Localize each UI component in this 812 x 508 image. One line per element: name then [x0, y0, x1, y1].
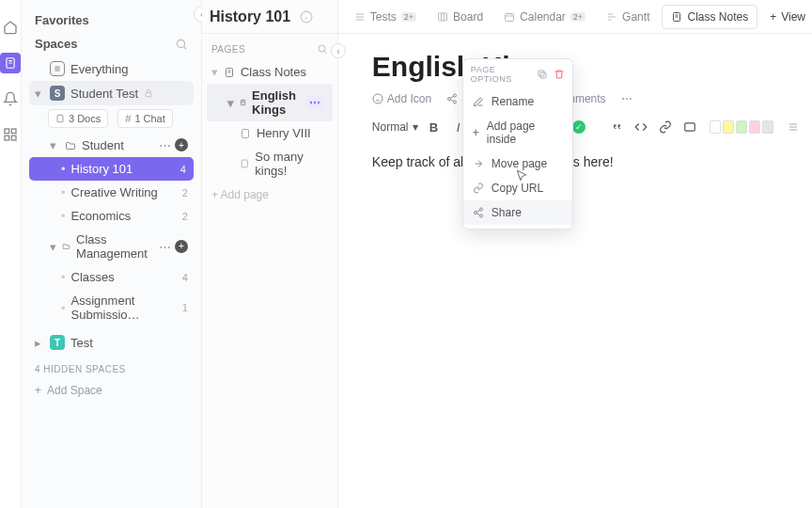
- swatch[interactable]: [723, 120, 734, 134]
- doc-body[interactable]: Keep track of all of your class notes he…: [372, 154, 802, 169]
- svg-point-9: [319, 45, 325, 52]
- svg-point-21: [479, 214, 482, 217]
- svg-point-5: [177, 40, 184, 47]
- info-icon[interactable]: [300, 10, 313, 24]
- svg-rect-17: [540, 72, 546, 78]
- quote-button[interactable]: [608, 119, 625, 135]
- menu-move-page[interactable]: Move page: [463, 151, 572, 176]
- swatch[interactable]: [762, 120, 773, 134]
- folder-student[interactable]: ▾ Student ⋯ +: [29, 134, 194, 157]
- add-view-button[interactable]: + View: [761, 6, 812, 28]
- duplicate-icon[interactable]: [537, 69, 548, 80]
- doc-title[interactable]: English Kings: [372, 51, 802, 83]
- folder-label: Student: [82, 138, 124, 152]
- document-area: English Kings Add Icon Share Page Commen…: [338, 34, 812, 508]
- folder-label: Class Management: [76, 232, 153, 261]
- collapse-pages-button[interactable]: ‹: [331, 43, 346, 58]
- page-so-many-kings[interactable]: So many kings!: [202, 145, 337, 183]
- list-classes[interactable]: • Classes 4: [29, 265, 194, 289]
- hidden-spaces-label[interactable]: 4 HIDDEN SPACES: [29, 355, 194, 378]
- swatch[interactable]: [710, 120, 721, 134]
- more-icon[interactable]: ⋯: [159, 138, 171, 152]
- tab-board[interactable]: Board: [429, 6, 492, 28]
- add-space-button[interactable]: +Add Space: [29, 378, 194, 403]
- pages-header: PAGES: [211, 44, 245, 55]
- editor-toolbar: Normal ▾ B I U S ✓: [372, 115, 802, 149]
- code-button[interactable]: [632, 119, 649, 135]
- svg-rect-7: [57, 115, 63, 122]
- svg-rect-13: [242, 160, 247, 167]
- menu-copy-url[interactable]: Copy URL: [463, 176, 572, 200]
- svg-point-24: [448, 98, 451, 101]
- docs-icon[interactable]: [0, 53, 21, 73]
- home-icon[interactable]: [0, 17, 21, 38]
- svg-point-19: [479, 208, 482, 211]
- svg-rect-15: [506, 13, 514, 21]
- everything-item[interactable]: Everything: [29, 56, 194, 81]
- svg-rect-6: [146, 93, 151, 97]
- tab-class-notes[interactable]: Class Notes: [662, 5, 757, 29]
- svg-rect-18: [539, 71, 544, 76]
- swatch[interactable]: [736, 120, 747, 134]
- link-button[interactable]: [657, 119, 674, 135]
- plus-icon: +: [770, 10, 776, 24]
- bell-icon[interactable]: [0, 88, 21, 109]
- more-icon[interactable]: ⋯: [159, 240, 171, 254]
- list-creative-writing[interactable]: • Creative Writing 2: [29, 181, 194, 204]
- swatch[interactable]: [749, 120, 760, 134]
- svg-rect-2: [11, 129, 16, 134]
- apps-icon[interactable]: [0, 124, 21, 145]
- tab-tests[interactable]: Tests 2+: [346, 6, 425, 28]
- view-tabs: Tests 2+ Board Calendar 2+ Gantt Class N…: [338, 0, 812, 34]
- more-format-button[interactable]: [785, 119, 802, 135]
- add-icon[interactable]: +: [175, 138, 188, 151]
- tab-calendar[interactable]: Calendar 2+: [495, 6, 594, 28]
- chat-chip[interactable]: # 1 Chat: [117, 109, 173, 128]
- page-options-menu: PAGE OPTIONS Rename + Add page inside Mo…: [462, 58, 573, 230]
- page-class-notes[interactable]: ▾ Class Notes: [202, 60, 337, 84]
- list-assignment-sub[interactable]: • Assignment Submissio… 1: [29, 289, 194, 326]
- board-icon: [437, 11, 448, 23]
- space-student-test[interactable]: ▾ S Student Test: [29, 81, 194, 105]
- list-icon: [354, 11, 366, 23]
- sidebar: ‹ Favorites Spaces Everything ▾ S Studen…: [22, 0, 202, 508]
- page-henry-viii[interactable]: Henry VIII: [202, 121, 337, 145]
- style-dropdown[interactable]: Normal ▾: [372, 120, 418, 134]
- menu-add-page-inside[interactable]: + Add page inside: [463, 114, 572, 151]
- tab-gantt[interactable]: Gantt: [598, 6, 658, 28]
- docs-chip[interactable]: 3 Docs: [48, 109, 108, 128]
- chevron-down-icon: ▾: [413, 120, 418, 134]
- svg-point-22: [373, 94, 383, 103]
- add-icon[interactable]: +: [175, 240, 188, 253]
- svg-rect-3: [5, 135, 9, 140]
- app-rail: [0, 0, 22, 508]
- menu-header: PAGE OPTIONS: [471, 65, 537, 84]
- list-history-101[interactable]: • History 101 4: [29, 157, 194, 181]
- svg-rect-14: [439, 13, 447, 21]
- page-english-kings[interactable]: ▾ English Kings ⋯: [207, 84, 333, 121]
- menu-share[interactable]: Share: [463, 200, 572, 225]
- bold-button[interactable]: B: [426, 119, 443, 135]
- list-economics[interactable]: • Economics 2: [29, 204, 194, 228]
- search-icon[interactable]: [175, 38, 188, 51]
- space-initial: T: [50, 335, 65, 350]
- calendar-icon: [504, 11, 515, 23]
- embed-button[interactable]: [681, 119, 698, 135]
- space-test[interactable]: ▸ T Test: [29, 330, 194, 355]
- folder-class-mgmt[interactable]: ▾ Class Management ⋯ +: [29, 228, 194, 265]
- main-column: Tests 2+ Board Calendar 2+ Gantt Class N…: [337, 0, 812, 508]
- breadcrumb-bar: History 101: [202, 0, 337, 34]
- favorites-header: Favorites: [29, 9, 194, 31]
- add-page-button[interactable]: + Add page: [202, 183, 337, 207]
- search-icon[interactable]: [317, 43, 328, 55]
- menu-rename[interactable]: Rename: [463, 89, 572, 114]
- svg-rect-4: [11, 135, 16, 140]
- gantt-icon: [606, 11, 617, 23]
- space-chips: 3 Docs # 1 Chat: [29, 105, 194, 134]
- checklist-button[interactable]: ✓: [572, 120, 586, 134]
- page-more-icon[interactable]: ⋯: [306, 96, 323, 109]
- add-icon-button[interactable]: Add Icon: [372, 92, 431, 105]
- space-label: Student Test: [70, 87, 138, 101]
- doc-more-icon[interactable]: ⋯: [621, 92, 632, 105]
- trash-icon[interactable]: [554, 69, 565, 80]
